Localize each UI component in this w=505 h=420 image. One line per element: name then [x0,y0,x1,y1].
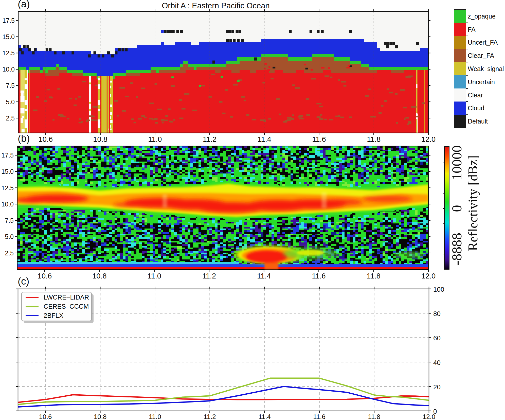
svg-text:10000: 10000 [449,145,464,180]
svg-text:40: 40 [433,359,441,366]
svg-text:Default: Default [468,118,488,125]
svg-text:15.0: 15.0 [1,168,14,175]
svg-text:2BFLX: 2BFLX [44,312,63,319]
svg-text:(b): (b) [18,133,30,144]
svg-text:60: 60 [433,334,441,342]
svg-text:2.5: 2.5 [5,250,14,257]
svg-text:12.5: 12.5 [1,184,14,191]
svg-text:7.5: 7.5 [6,82,15,89]
svg-text:80: 80 [433,310,441,318]
svg-text:10.0: 10.0 [2,66,15,73]
svg-text:11.2: 11.2 [203,135,217,143]
svg-text:11.8: 11.8 [368,413,381,420]
svg-text:12.0: 12.0 [421,272,436,280]
svg-text:Clear: Clear [468,92,483,99]
svg-text:11.0: 11.0 [148,272,161,280]
svg-text:FA: FA [468,26,476,33]
svg-text:12.5: 12.5 [2,49,15,57]
svg-text:LWCRE–LIDAR: LWCRE–LIDAR [44,294,89,301]
svg-text:11.6: 11.6 [312,272,326,280]
svg-text:20: 20 [433,383,441,391]
svg-text:11.2: 11.2 [202,272,216,280]
svg-text:10.8: 10.8 [94,413,107,420]
svg-text:Uncertain: Uncertain [468,78,495,85]
svg-text:11.0: 11.0 [149,413,161,420]
svg-text:11.4: 11.4 [258,413,271,420]
svg-text:10.6: 10.6 [38,272,52,280]
svg-text:10.8: 10.8 [93,135,107,143]
svg-text:0: 0 [433,408,437,415]
svg-text:11.8: 11.8 [367,135,381,143]
svg-text:(a): (a) [18,0,30,9]
svg-text:Reflectivity [dBz]: Reflectivity [dBz] [466,155,480,251]
svg-text:11.0: 11.0 [148,135,162,143]
svg-text:CERES–CCCM: CERES–CCCM [44,303,89,310]
svg-text:Orbit A : Eastern Pacific Ocea: Orbit A : Eastern Pacific Ocean [162,1,270,10]
svg-text:7.5: 7.5 [5,217,14,224]
svg-text:0: 0 [449,205,464,212]
svg-text:Uncert_FA: Uncert_FA [468,39,498,46]
svg-text:5.0: 5.0 [6,98,15,106]
svg-text:5.0: 5.0 [5,233,14,240]
svg-text:11.4: 11.4 [258,135,271,143]
svg-text:15.0: 15.0 [2,33,15,40]
svg-text:11.6: 11.6 [313,413,326,420]
svg-text:17.5: 17.5 [1,152,14,159]
svg-text:11.4: 11.4 [257,272,271,280]
svg-text:11.8: 11.8 [367,272,381,280]
svg-text:z_opaque: z_opaque [468,13,496,20]
svg-text:100: 100 [433,286,444,293]
svg-text:17.5: 17.5 [2,17,15,24]
svg-text:Clear_FA: Clear_FA [468,52,494,59]
svg-text:10.6: 10.6 [39,135,53,143]
svg-text:(c): (c) [18,276,29,287]
svg-text:11.2: 11.2 [204,413,216,420]
svg-text:-8888: -8888 [449,233,464,265]
svg-text:Weak_signal: Weak_signal [468,65,504,72]
svg-text:10.0: 10.0 [1,201,14,208]
svg-text:12.0: 12.0 [421,135,436,143]
svg-text:2.5: 2.5 [6,115,15,122]
svg-text:10.8: 10.8 [92,272,106,280]
svg-text:Cloud: Cloud [468,104,484,112]
svg-text:10.6: 10.6 [39,413,52,420]
svg-text:11.6: 11.6 [312,135,326,143]
